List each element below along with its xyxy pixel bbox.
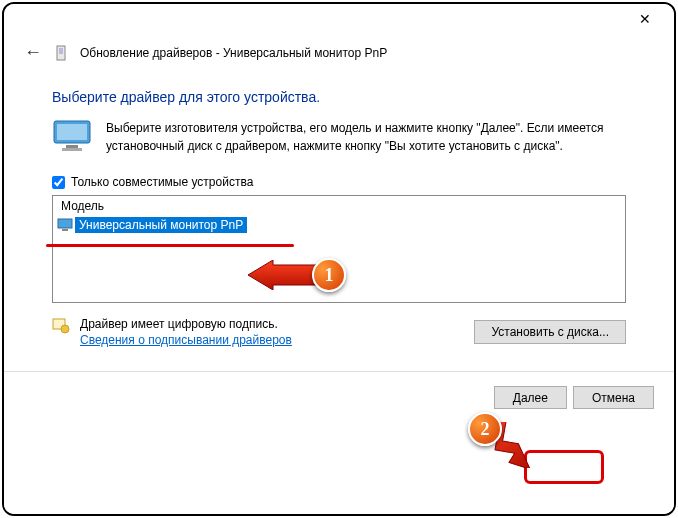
svg-rect-4 <box>66 145 78 148</box>
next-button[interactable]: Далее <box>494 386 567 409</box>
compat-checkbox[interactable] <box>52 176 65 189</box>
svg-rect-5 <box>62 148 82 151</box>
dialog-title: Обновление драйверов - Универсальный мон… <box>80 46 387 60</box>
list-item[interactable]: Универсальный монитор PnP <box>53 216 625 234</box>
titlebar: ✕ <box>4 4 674 34</box>
signature-link[interactable]: Сведения о подписывании драйверов <box>80 333 292 347</box>
monitor-icon <box>52 119 92 153</box>
footer: Далее Отмена <box>4 372 674 423</box>
signature-text: Драйвер имеет цифровую подпись. <box>80 317 292 331</box>
compat-checkbox-label[interactable]: Только совместимые устройства <box>71 175 253 189</box>
list-item-label: Универсальный монитор PnP <box>75 217 247 233</box>
annotation-arrow-1 <box>248 260 318 290</box>
dialog-header: ← Обновление драйверов - Универсальный м… <box>4 34 674 71</box>
svg-rect-7 <box>62 229 68 231</box>
device-icon <box>54 44 68 62</box>
annotation-badge-2: 2 <box>468 412 502 446</box>
certificate-icon <box>52 317 70 335</box>
info-text: Выберите изготовителя устройства, его мо… <box>106 119 626 155</box>
cancel-button[interactable]: Отмена <box>573 386 654 409</box>
annotation-underline <box>46 244 294 247</box>
svg-marker-10 <box>248 260 318 290</box>
back-arrow-icon[interactable]: ← <box>24 42 42 63</box>
svg-rect-3 <box>57 124 87 140</box>
list-item-monitor-icon <box>57 218 73 232</box>
close-button[interactable]: ✕ <box>624 5 666 33</box>
svg-point-9 <box>61 325 69 333</box>
signature-row: Драйвер имеет цифровую подпись. Сведения… <box>52 317 626 347</box>
svg-rect-1 <box>59 48 63 54</box>
list-header-model: Модель <box>53 196 625 216</box>
annotation-badge-1: 1 <box>312 258 346 292</box>
install-from-disk-button[interactable]: Установить с диска... <box>474 320 626 344</box>
info-row: Выберите изготовителя устройства, его мо… <box>52 119 626 155</box>
compat-checkbox-row: Только совместимые устройства <box>52 175 626 189</box>
svg-rect-6 <box>58 219 72 228</box>
annotation-highlight-next <box>524 450 604 484</box>
page-heading: Выберите драйвер для этого устройства. <box>52 89 626 105</box>
